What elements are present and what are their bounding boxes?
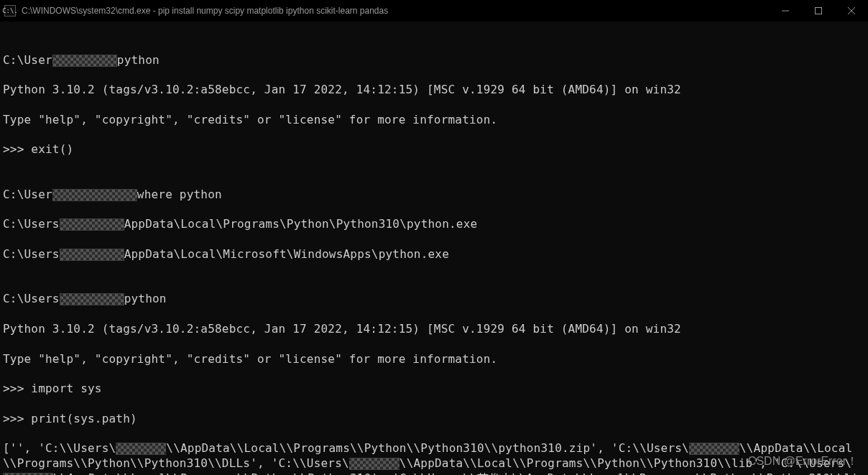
svg-rect-1 [816, 8, 822, 14]
watermark-text: CSDN @ErrorError！ [748, 454, 858, 469]
output-line: C:\Userspython [3, 292, 865, 307]
output-line: >>> print(sys.path) [3, 412, 865, 427]
window-title: C:\WINDOWS\system32\cmd.exe - pip instal… [22, 6, 769, 16]
redacted-user [689, 443, 739, 455]
output-line: C:\UsersAppData\Local\Programs\Python\Py… [3, 217, 865, 232]
redacted-user [349, 458, 400, 470]
output-line: Type "help", "copyright", "credits" or "… [3, 352, 865, 367]
cmd-icon: C:\. [4, 5, 16, 17]
redacted-user [60, 249, 124, 261]
output-line: C:\UsersAppData\Local\Microsoft\WindowsA… [3, 247, 865, 262]
redacted-user [60, 218, 124, 231]
redacted-user [116, 443, 166, 455]
redacted-user [60, 293, 124, 305]
redacted-user [52, 55, 117, 67]
output-line: C:\Userwhere python [3, 188, 865, 203]
window-titlebar: C:\. C:\WINDOWS\system32\cmd.exe - pip i… [0, 0, 868, 22]
minimize-button[interactable] [769, 0, 802, 22]
output-line: Python 3.10.2 (tags/v3.10.2:a58ebcc, Jan… [3, 83, 865, 98]
output-line: >>> exit() [3, 142, 865, 157]
maximize-button[interactable] [802, 0, 835, 22]
output-line: ['', 'C:\\Users\\\AppData\\Local\\Progra… [3, 441, 865, 475]
output-line: >>> import sys [3, 382, 865, 397]
output-line: Python 3.10.2 (tags/v3.10.2:a58ebcc, Jan… [3, 322, 865, 337]
redacted-user [52, 189, 137, 201]
window-controls [769, 0, 868, 22]
close-button[interactable] [835, 0, 868, 22]
terminal-output[interactable]: C:\Userpython Python 3.10.2 (tags/v3.10.… [0, 22, 868, 475]
output-line: C:\Userpython [3, 53, 865, 68]
output-line: Type "help", "copyright", "credits" or "… [3, 113, 865, 128]
